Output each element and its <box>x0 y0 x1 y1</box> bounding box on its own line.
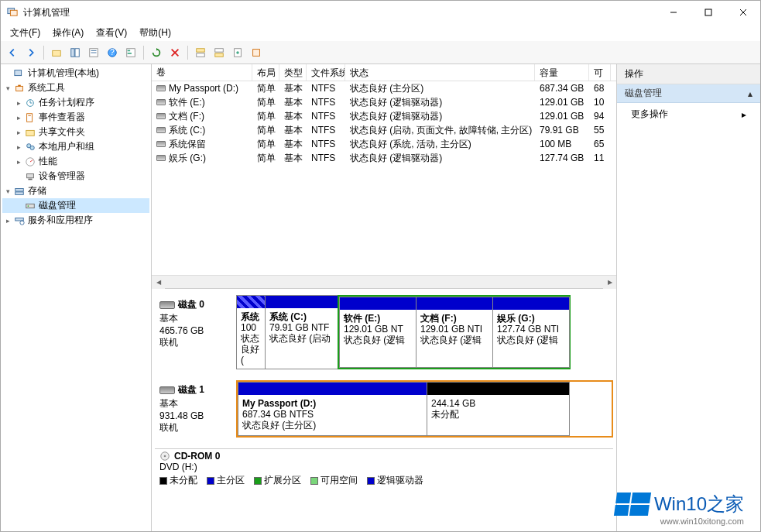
vol-name: 系统 (C:) <box>169 124 205 137</box>
svg-point-35 <box>30 146 34 149</box>
extra-button[interactable] <box>248 44 265 61</box>
tree-eventvwr[interactable]: ▸事件查看器 <box>2 110 149 125</box>
disk-1-size: 931.48 GB <box>159 410 231 421</box>
tree-diskmgmt[interactable]: 磁盘管理 <box>2 198 149 213</box>
disk-1-row[interactable]: 磁盘 1 基本 931.48 GB 联机 My Passport (D:)687… <box>155 380 613 438</box>
tree-scheduler[interactable]: ▸任务计划程序 <box>2 95 149 110</box>
volume-icon <box>156 155 166 161</box>
volume-row[interactable]: My Passport (D:)简单基本NTFS状态良好 (主分区)687.34… <box>152 81 616 95</box>
forward-button[interactable] <box>22 44 39 61</box>
up-button[interactable] <box>48 44 65 61</box>
svg-rect-26 <box>15 70 22 75</box>
minimize-button[interactable] <box>656 1 691 24</box>
menu-help[interactable]: 帮助(H) <box>134 25 177 41</box>
disk0-extended-group: 软件 (E:)129.01 GB NT状态良好 (逻辑 文档 (F:)129.0… <box>338 295 571 369</box>
vol-name: 系统保留 <box>169 138 206 151</box>
maximize-button[interactable] <box>691 1 725 24</box>
volume-body[interactable]: My Passport (D:)简单基本NTFS状态良好 (主分区)687.34… <box>152 81 616 275</box>
vol-status: 状态良好 (逻辑驱动器) <box>345 109 535 124</box>
disk0-part-e[interactable]: 软件 (E:)129.01 GB NT状态良好 (逻辑 <box>339 297 416 368</box>
svg-point-24 <box>236 51 239 54</box>
volume-hscroll[interactable]: ◀ ▶ <box>152 275 616 288</box>
volume-row[interactable]: 娱乐 (G:)简单基本NTFS状态良好 (逻辑驱动器)127.74 GB11 <box>152 151 616 165</box>
svg-rect-15 <box>128 50 131 51</box>
tree-storage[interactable]: ▾存储 <box>2 184 149 198</box>
svg-rect-41 <box>15 191 24 194</box>
vol-name: My Passport (D:) <box>169 83 238 94</box>
vol-free: 11 <box>589 152 611 164</box>
disk-0-row[interactable]: 磁盘 0 基本 465.76 GB 联机 系统100状态良好 ( 系统 (C:)… <box>155 295 613 369</box>
disk-graphic-area: 磁盘 0 基本 465.76 GB 联机 系统100状态良好 ( 系统 (C:)… <box>152 289 616 531</box>
svg-rect-40 <box>15 188 24 191</box>
col-volume[interactable]: 卷 <box>152 64 252 81</box>
tree-users[interactable]: ▸本地用户和组 <box>2 139 149 154</box>
disk-1-title: 磁盘 1 <box>178 383 204 396</box>
col-type[interactable]: 类型 <box>279 64 307 81</box>
actions-more[interactable]: 更多操作▸ <box>617 103 760 125</box>
properties-button[interactable] <box>85 44 102 61</box>
cdrom-row[interactable]: CD-ROM 0 DVD (H:) 未分配 主分区 扩展分区 可用空间 逻辑驱动… <box>155 448 613 489</box>
tree-systools[interactable]: ▾系统工具 <box>2 81 149 95</box>
list-bottom-button[interactable] <box>211 44 228 61</box>
vol-fs: NTFS <box>307 124 345 136</box>
col-layout[interactable]: 布局 <box>252 64 279 81</box>
list-top-button[interactable] <box>192 44 209 61</box>
col-fs[interactable]: 文件系统 <box>307 64 345 81</box>
col-cap[interactable]: 容量 <box>535 64 589 81</box>
disk1-unallocated[interactable]: 244.14 GB未分配 <box>427 382 570 436</box>
vol-status: 状态良好 (系统, 活动, 主分区) <box>345 137 535 152</box>
back-button[interactable] <box>4 44 21 61</box>
tree-services[interactable]: ▸服务和应用程序 <box>2 213 149 228</box>
disk0-part-g[interactable]: 娱乐 (G:)127.74 GB NTI状态良好 (逻辑 <box>492 297 570 368</box>
vol-layout: 简单 <box>252 109 279 124</box>
col-status[interactable]: 状态 <box>345 64 535 81</box>
scroll-left-icon[interactable]: ◀ <box>152 276 165 289</box>
refresh-list-button[interactable] <box>122 44 139 61</box>
vol-layout: 简单 <box>252 123 279 138</box>
tree-shared[interactable]: ▸共享文件夹 <box>2 125 149 139</box>
menu-file[interactable]: 文件(F) <box>5 25 46 41</box>
menu-action[interactable]: 操作(A) <box>47 25 89 41</box>
vol-cap: 100 MB <box>535 138 589 150</box>
close-button[interactable] <box>725 1 760 24</box>
show-hide-tree-button[interactable] <box>67 44 84 61</box>
col-free[interactable]: 可 <box>589 64 611 81</box>
tree-perf[interactable]: ▸性能 <box>2 154 149 169</box>
tree-diskmgmt-label: 磁盘管理 <box>39 199 76 212</box>
delete-button[interactable] <box>166 44 183 61</box>
disk-1-status: 联机 <box>159 421 231 434</box>
help-button[interactable]: ? <box>104 44 121 61</box>
disk0-part-c[interactable]: 系统 (C:)79.91 GB NTF状态良好 (启动 <box>265 295 338 369</box>
app-icon <box>7 6 19 19</box>
tree-services-label: 服务和应用程序 <box>28 214 93 227</box>
refresh-button[interactable] <box>148 44 165 61</box>
svg-rect-16 <box>128 53 132 54</box>
disk-icon <box>159 301 175 309</box>
svg-rect-20 <box>197 53 205 56</box>
scroll-right-icon[interactable]: ▶ <box>603 276 616 289</box>
volume-row[interactable]: 系统 (C:)简单基本NTFS状态良好 (启动, 页面文件, 故障转储, 主分区… <box>152 123 616 137</box>
tree-root[interactable]: 计算机管理(本地) <box>2 66 149 81</box>
svg-rect-1 <box>10 10 17 15</box>
volume-row[interactable]: 软件 (E:)简单基本NTFS状态良好 (逻辑驱动器)129.01 GB10 <box>152 95 616 109</box>
volume-row[interactable]: 系统保留简单基本NTFS状态良好 (系统, 活动, 主分区)100 MB65 <box>152 137 616 151</box>
tree-systools-label: 系统工具 <box>28 81 65 94</box>
tree-shared-label: 共享文件夹 <box>39 125 85 139</box>
svg-rect-27 <box>16 86 23 91</box>
vol-fs: NTFS <box>307 152 345 164</box>
actions-subheader[interactable]: 磁盘管理▴ <box>617 84 760 103</box>
volume-row[interactable]: 文档 (F:)简单基本NTFS状态良好 (逻辑驱动器)129.01 GB94 <box>152 109 616 123</box>
tree-devmgr[interactable]: 设备管理器 <box>2 169 149 184</box>
settings-button[interactable] <box>229 44 246 61</box>
disk0-part-sysreserved[interactable]: 系统100状态良好 ( <box>236 295 266 369</box>
menu-view[interactable]: 查看(V) <box>91 25 132 41</box>
vol-type: 基本 <box>279 137 307 152</box>
svg-rect-22 <box>215 53 224 56</box>
window-title: 计算机管理 <box>23 6 656 19</box>
disk1-part-d[interactable]: My Passport (D:)687.34 GB NTFS状态良好 (主分区) <box>238 382 427 436</box>
disk0-part-f[interactable]: 文档 (F:)129.01 GB NTI状态良好 (逻辑 <box>416 297 493 368</box>
volume-icon <box>156 141 166 147</box>
vol-status: 状态良好 (逻辑驱动器) <box>345 151 535 166</box>
vol-layout: 简单 <box>252 137 279 152</box>
svg-point-47 <box>164 455 166 458</box>
